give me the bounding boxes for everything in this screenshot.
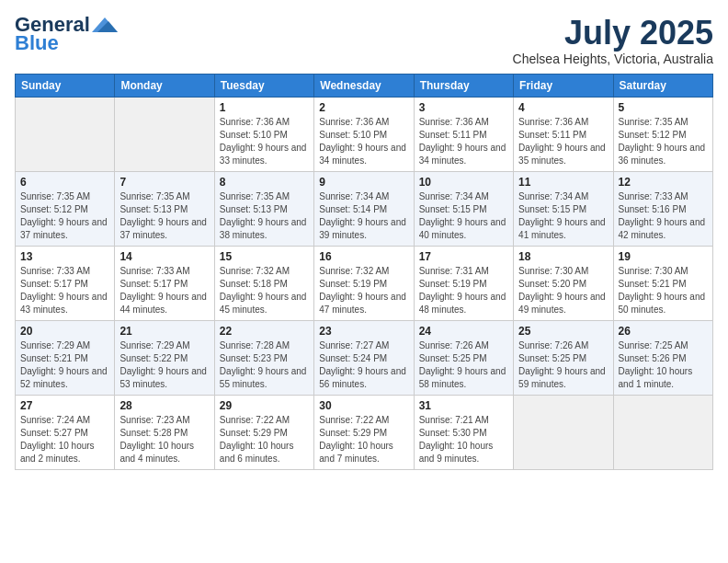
day-number: 5 [619,101,708,114]
day-detail: Sunrise: 7:33 AMSunset: 5:17 PMDaylight:… [20,265,109,316]
calendar-day-cell [16,97,115,171]
calendar-day-cell: 18Sunrise: 7:30 AMSunset: 5:20 PMDayligh… [514,246,613,320]
logo-icon [92,16,118,34]
day-number: 12 [619,176,708,189]
calendar-day-cell: 2Sunrise: 7:36 AMSunset: 5:10 PMDaylight… [314,97,414,171]
calendar-day-cell: 12Sunrise: 7:33 AMSunset: 5:16 PMDayligh… [613,171,712,246]
calendar-day-cell: 30Sunrise: 7:22 AMSunset: 5:29 PMDayligh… [314,395,414,469]
day-detail: Sunrise: 7:29 AMSunset: 5:21 PMDaylight:… [20,339,109,391]
calendar-header-saturday: Saturday [613,74,712,97]
day-number: 4 [518,101,608,114]
calendar-week-row: 20Sunrise: 7:29 AMSunset: 5:21 PMDayligh… [16,320,713,395]
calendar-day-cell: 20Sunrise: 7:29 AMSunset: 5:21 PMDayligh… [16,320,115,395]
day-number: 30 [319,399,408,412]
calendar-header-friday: Friday [514,74,613,97]
day-detail: Sunrise: 7:27 AMSunset: 5:24 PMDaylight:… [319,339,408,391]
calendar-day-cell: 19Sunrise: 7:30 AMSunset: 5:21 PMDayligh… [613,246,712,320]
day-number: 20 [20,325,109,338]
day-detail: Sunrise: 7:21 AMSunset: 5:30 PMDaylight:… [419,414,508,465]
calendar-day-cell: 7Sunrise: 7:35 AMSunset: 5:13 PMDaylight… [115,171,214,246]
location-text: Chelsea Heights, Victoria, Australia [513,52,713,66]
day-detail: Sunrise: 7:35 AMSunset: 5:13 PMDaylight:… [119,190,209,242]
day-detail: Sunrise: 7:26 AMSunset: 5:25 PMDaylight:… [518,339,608,391]
day-detail: Sunrise: 7:30 AMSunset: 5:21 PMDaylight:… [619,265,708,316]
day-detail: Sunrise: 7:32 AMSunset: 5:18 PMDaylight:… [220,265,309,316]
day-number: 29 [220,399,309,412]
day-detail: Sunrise: 7:36 AMSunset: 5:11 PMDaylight:… [518,116,608,167]
day-number: 14 [119,250,209,263]
day-detail: Sunrise: 7:33 AMSunset: 5:16 PMDaylight:… [619,190,708,242]
calendar-day-cell: 21Sunrise: 7:29 AMSunset: 5:22 PMDayligh… [115,320,214,395]
calendar-day-cell: 3Sunrise: 7:36 AMSunset: 5:11 PMDaylight… [414,97,513,171]
day-detail: Sunrise: 7:32 AMSunset: 5:19 PMDaylight:… [319,265,408,316]
day-number: 8 [220,176,309,189]
calendar-header-wednesday: Wednesday [314,74,414,97]
calendar-day-cell: 23Sunrise: 7:27 AMSunset: 5:24 PMDayligh… [314,320,414,395]
calendar-table: SundayMondayTuesdayWednesdayThursdayFrid… [15,74,713,470]
day-detail: Sunrise: 7:23 AMSunset: 5:28 PMDaylight:… [119,414,209,465]
calendar-day-cell [514,395,613,469]
day-detail: Sunrise: 7:29 AMSunset: 5:22 PMDaylight:… [119,339,209,391]
day-number: 21 [119,325,209,338]
day-detail: Sunrise: 7:34 AMSunset: 5:14 PMDaylight:… [319,190,408,242]
calendar-day-cell: 4Sunrise: 7:36 AMSunset: 5:11 PMDaylight… [514,97,613,171]
day-detail: Sunrise: 7:25 AMSunset: 5:26 PMDaylight:… [619,339,708,391]
calendar-header-monday: Monday [115,74,214,97]
calendar-day-cell: 27Sunrise: 7:24 AMSunset: 5:27 PMDayligh… [16,395,115,469]
day-number: 28 [119,399,209,412]
day-detail: Sunrise: 7:36 AMSunset: 5:11 PMDaylight:… [419,116,508,167]
calendar-day-cell: 25Sunrise: 7:26 AMSunset: 5:25 PMDayligh… [514,320,613,395]
day-detail: Sunrise: 7:28 AMSunset: 5:23 PMDaylight:… [220,339,309,391]
calendar-day-cell: 9Sunrise: 7:34 AMSunset: 5:14 PMDaylight… [314,171,414,246]
calendar-day-cell: 15Sunrise: 7:32 AMSunset: 5:18 PMDayligh… [214,246,313,320]
day-number: 22 [220,325,309,338]
day-detail: Sunrise: 7:34 AMSunset: 5:15 PMDaylight:… [518,190,608,242]
calendar-header-thursday: Thursday [414,74,513,97]
day-number: 13 [20,250,109,263]
calendar-day-cell: 31Sunrise: 7:21 AMSunset: 5:30 PMDayligh… [414,395,513,469]
calendar-day-cell: 22Sunrise: 7:28 AMSunset: 5:23 PMDayligh… [214,320,313,395]
calendar-day-cell [115,97,214,171]
calendar-day-cell: 26Sunrise: 7:25 AMSunset: 5:26 PMDayligh… [613,320,712,395]
calendar-header-sunday: Sunday [16,74,115,97]
day-detail: Sunrise: 7:35 AMSunset: 5:12 PMDaylight:… [20,190,109,242]
title-area: July 2025 Chelsea Heights, Victoria, Aus… [513,15,713,66]
calendar-day-cell: 13Sunrise: 7:33 AMSunset: 5:17 PMDayligh… [16,246,115,320]
day-detail: Sunrise: 7:30 AMSunset: 5:20 PMDaylight:… [518,265,608,316]
calendar-day-cell: 28Sunrise: 7:23 AMSunset: 5:28 PMDayligh… [115,395,214,469]
day-number: 9 [319,176,408,189]
day-number: 1 [220,101,309,114]
day-number: 31 [419,399,508,412]
day-number: 10 [419,176,508,189]
day-detail: Sunrise: 7:31 AMSunset: 5:19 PMDaylight:… [419,265,508,316]
day-number: 26 [619,325,708,338]
calendar-day-cell: 17Sunrise: 7:31 AMSunset: 5:19 PMDayligh… [414,246,513,320]
day-number: 18 [518,250,608,263]
calendar-day-cell [613,395,712,469]
calendar-day-cell: 5Sunrise: 7:35 AMSunset: 5:12 PMDaylight… [613,97,712,171]
calendar-day-cell: 6Sunrise: 7:35 AMSunset: 5:12 PMDaylight… [16,171,115,246]
calendar-header-tuesday: Tuesday [214,74,313,97]
logo-blue-text: Blue [15,31,59,55]
calendar-day-cell: 11Sunrise: 7:34 AMSunset: 5:15 PMDayligh… [514,171,613,246]
day-number: 25 [518,325,608,338]
calendar-day-cell: 8Sunrise: 7:35 AMSunset: 5:13 PMDaylight… [214,171,313,246]
logo: General Blue [15,15,118,55]
day-detail: Sunrise: 7:35 AMSunset: 5:13 PMDaylight:… [220,190,309,242]
calendar-day-cell: 10Sunrise: 7:34 AMSunset: 5:15 PMDayligh… [414,171,513,246]
calendar-day-cell: 14Sunrise: 7:33 AMSunset: 5:17 PMDayligh… [115,246,214,320]
day-detail: Sunrise: 7:36 AMSunset: 5:10 PMDaylight:… [220,116,309,167]
calendar-week-row: 27Sunrise: 7:24 AMSunset: 5:27 PMDayligh… [16,395,713,469]
day-number: 3 [419,101,508,114]
calendar-week-row: 1Sunrise: 7:36 AMSunset: 5:10 PMDaylight… [16,97,713,171]
day-detail: Sunrise: 7:22 AMSunset: 5:29 PMDaylight:… [220,414,309,465]
calendar-week-row: 13Sunrise: 7:33 AMSunset: 5:17 PMDayligh… [16,246,713,320]
day-number: 24 [419,325,508,338]
calendar-day-cell: 29Sunrise: 7:22 AMSunset: 5:29 PMDayligh… [214,395,313,469]
calendar-day-cell: 24Sunrise: 7:26 AMSunset: 5:25 PMDayligh… [414,320,513,395]
day-number: 19 [619,250,708,263]
calendar-week-row: 6Sunrise: 7:35 AMSunset: 5:12 PMDaylight… [16,171,713,246]
day-detail: Sunrise: 7:35 AMSunset: 5:12 PMDaylight:… [619,116,708,167]
page-header: General Blue July 2025 Chelsea Heights, … [15,15,713,66]
day-number: 2 [319,101,408,114]
